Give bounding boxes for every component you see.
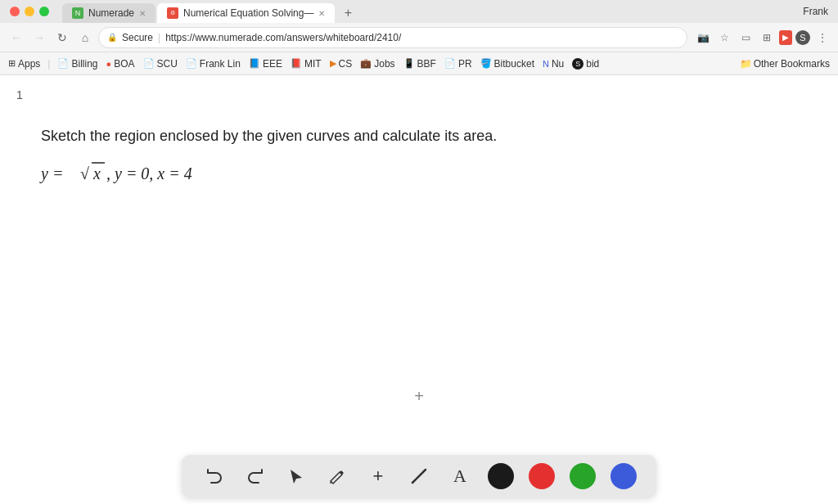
folder-icon: 📁 [740, 58, 752, 70]
bbf-icon: 📱 [403, 58, 415, 69]
tabs-bar: N Numerade ✕ ⚙ Numerical Equation Solvin… [62, 0, 359, 23]
bookmark-bitbucket[interactable]: 🪣 Bitbucket [479, 58, 536, 70]
tab-close-numerical[interactable]: ✕ [318, 9, 325, 18]
bookmark-pr[interactable]: 📄 PR [443, 58, 474, 70]
color-red-button[interactable] [529, 463, 555, 489]
bitbucket-icon: 🪣 [480, 58, 492, 69]
svg-text:y =: y = [39, 164, 63, 183]
bookmark-other-label: Other Bookmarks [754, 58, 830, 70]
bookmark-bbf[interactable]: 📱 BBF [402, 58, 438, 70]
home-button[interactable]: ⌂ [75, 28, 95, 47]
redo-button[interactable] [242, 463, 268, 489]
refresh-button[interactable]: ↻ [52, 28, 72, 47]
forward-button[interactable]: → [29, 28, 49, 47]
bookmark-cs-label: CS [339, 58, 353, 70]
select-button[interactable] [283, 463, 309, 489]
youtube-icon[interactable]: ▶ [779, 30, 792, 45]
new-tab-button[interactable]: + [336, 3, 359, 23]
bookmark-apps[interactable]: ⊞ Apps [7, 58, 42, 70]
traffic-lights [10, 7, 49, 16]
nav-right-icons: 📷 ☆ ▭ ⊞ ▶ S ⋮ [694, 29, 831, 47]
bookmark-other[interactable]: 📁 Other Bookmarks [738, 58, 831, 70]
cast-icon[interactable]: ▭ [737, 29, 755, 47]
url-text: https://www.numerade.com/answers/whitebo… [165, 32, 678, 43]
bid-icon: S [572, 58, 583, 70]
mit-icon: 📕 [291, 58, 302, 69]
math-expression: y = √ x , y = 0, x = 4 [41, 158, 797, 191]
apps-icon: ⊞ [8, 58, 16, 69]
bookmark-bbf-label: BBF [417, 58, 436, 70]
secure-label: Secure [122, 32, 153, 43]
main-content: 1 Sketch the region enclosed by the give… [0, 75, 838, 504]
extensions-icon[interactable]: ⊞ [758, 29, 776, 47]
bookmark-mit-label: MIT [304, 58, 322, 70]
bookmark-star-icon[interactable]: ☆ [715, 29, 733, 47]
bookmark-eee[interactable]: 📘 EEE [247, 58, 284, 70]
color-blue-button[interactable] [610, 463, 637, 489]
close-button[interactable] [10, 7, 20, 16]
tab-numerical[interactable]: ⚙ Numerical Equation Solving— ✕ [157, 3, 335, 23]
maximize-button[interactable] [39, 7, 49, 16]
lock-icon: 🔒 [107, 33, 117, 42]
bookmark-nu[interactable]: N Nu [541, 58, 565, 70]
color-green-button[interactable] [570, 463, 596, 489]
bookmark-franklin[interactable]: 📄 Frank Lin [184, 58, 242, 70]
bookmarks-bar: ⊞ Apps | 📄 Billing ● BOA 📄 SCU 📄 Frank L… [0, 52, 838, 75]
bookmark-nu-label: Nu [552, 58, 564, 70]
tab-numerade[interactable]: N Numerade ✕ [62, 3, 155, 23]
bookmark-jobs-label: Jobs [374, 58, 394, 70]
problem-text-line1: Sketch the region enclosed by the given … [41, 124, 797, 148]
pencil-button[interactable] [324, 463, 350, 489]
bookmark-apps-label: Apps [18, 58, 40, 70]
bookmark-billing-label: Billing [71, 58, 97, 70]
bookmark-bid-label: bid [586, 58, 599, 70]
jobs-icon: 💼 [360, 58, 372, 69]
bookmark-eee-label: EEE [263, 58, 282, 70]
boa-icon: ● [106, 59, 112, 69]
nu-icon: N [543, 59, 549, 69]
line-button[interactable] [406, 463, 432, 489]
pencil-icon [328, 467, 346, 485]
drawing-toolbar: + A [182, 455, 656, 497]
back-button[interactable]: ← [7, 28, 26, 47]
svg-line-5 [412, 470, 426, 483]
more-options-icon[interactable]: ⋮ [813, 29, 831, 47]
billing-icon: 📄 [57, 58, 69, 69]
minimize-button[interactable] [25, 7, 34, 16]
svg-text:√: √ [80, 164, 89, 182]
navbar: ← → ↻ ⌂ 🔒 Secure | https://www.numerade.… [0, 23, 838, 52]
bookmark-pr-label: PR [458, 58, 472, 70]
bookmark-bid[interactable]: S bid [570, 58, 601, 70]
tab-favicon-numerical: ⚙ [167, 7, 178, 19]
bookmark-bitbucket-label: Bitbucket [494, 58, 534, 70]
redo-icon [246, 466, 265, 486]
bookmark-franklin-label: Frank Lin [200, 58, 241, 70]
titlebar: N Numerade ✕ ⚙ Numerical Equation Solvin… [0, 0, 838, 23]
math-svg: y = √ x , y = 0, x = 4 [41, 158, 237, 187]
add-button[interactable]: + [365, 463, 391, 489]
bookmark-mit[interactable]: 📕 MIT [289, 58, 323, 70]
address-bar[interactable]: 🔒 Secure | https://www.numerade.com/answ… [98, 27, 687, 48]
svg-text:, y = 0, x = 4: , y = 0, x = 4 [106, 164, 192, 183]
add-content-plus[interactable]: + [414, 387, 424, 406]
cs-icon: ▶ [330, 58, 336, 69]
tab-label-numerade: Numerade [88, 7, 134, 19]
camera-icon[interactable]: 📷 [694, 29, 712, 47]
tab-favicon-numerade: N [72, 7, 83, 19]
scu-icon: 📄 [143, 58, 155, 69]
tab-close-numerade[interactable]: ✕ [139, 9, 146, 18]
select-cursor-icon [287, 467, 305, 485]
bookmark-jobs[interactable]: 💼 Jobs [358, 58, 396, 70]
bookmark-boa[interactable]: ● BOA [105, 58, 137, 70]
bookmark-boa-label: BOA [114, 58, 134, 70]
pr-icon: 📄 [444, 58, 456, 69]
bookmark-scu[interactable]: 📄 SCU [142, 58, 179, 70]
tab-label-numerical: Numerical Equation Solving— [183, 7, 313, 19]
color-black-button[interactable] [488, 463, 514, 489]
s-icon[interactable]: S [795, 30, 810, 45]
undo-button[interactable] [201, 463, 228, 489]
bookmark-cs[interactable]: ▶ CS [328, 58, 354, 70]
bookmark-billing[interactable]: 📄 Billing [56, 58, 99, 70]
bookmark-scu-label: SCU [157, 58, 178, 70]
text-button[interactable]: A [447, 463, 473, 489]
